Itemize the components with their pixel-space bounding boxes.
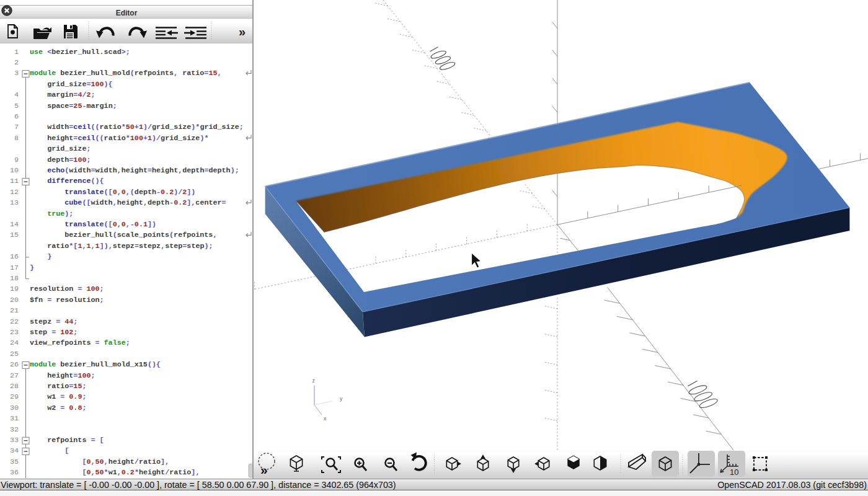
svg-text:z: z (312, 378, 315, 384)
svg-text:x: x (324, 415, 327, 422)
svg-text:y: y (340, 396, 343, 402)
